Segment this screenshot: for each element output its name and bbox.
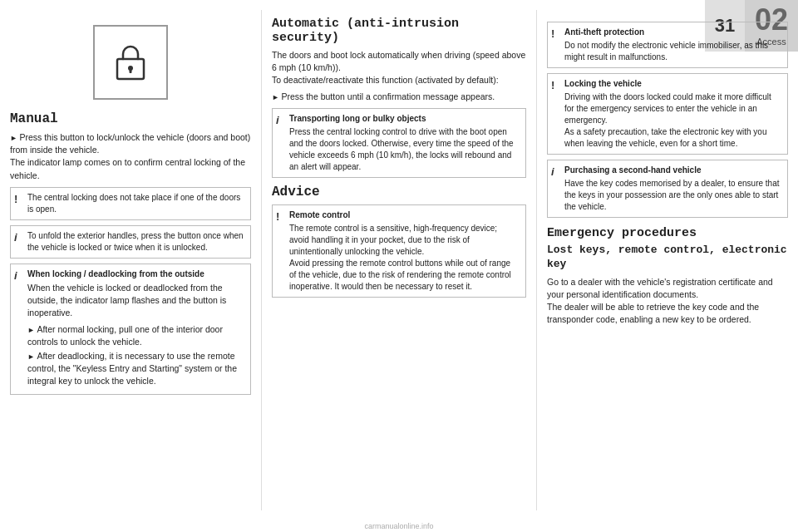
auto-security-arrow: Press the button until a confirmation me… <box>272 91 526 103</box>
info-box-central-locking: ! The central locking does not take plac… <box>10 187 251 220</box>
advice-heading: Advice <box>272 185 526 200</box>
watermark: carmanualonline.info <box>364 522 433 530</box>
auto-security-body: The doors and boot lock automatically wh… <box>272 49 526 87</box>
info-icon-1: i <box>14 230 17 245</box>
deadlocking-bullet-2: After deadlocking, it is necessary to us… <box>27 350 244 388</box>
deadlocking-title: When locking / deadlocking from the outs… <box>27 268 244 280</box>
info-icon-transport: i <box>276 113 279 128</box>
remote-title: Remote control <box>289 209 519 221</box>
info-icon-secondhand: i <box>551 165 554 180</box>
lock-icon <box>109 41 152 84</box>
info-text-exterior-handles: To unfold the exterior handles, press th… <box>27 231 244 252</box>
auto-security-heading: Automatic (anti-intrusion security) <box>272 17 526 45</box>
info-box-antitheft: ! Anti-theft protection Do not modify th… <box>547 22 788 68</box>
transport-title: Transporting long or bulky objects <box>289 113 519 125</box>
secondhand-title: Purchasing a second-hand vehicle <box>564 165 781 176</box>
exclaim-icon-antitheft: ! <box>551 27 554 42</box>
secondhand-text: Have the key codes memorised by a dealer… <box>564 179 779 211</box>
middle-column: Automatic (anti-intrusion security) The … <box>272 10 526 510</box>
antitheft-text: Do not modify the electronic vehicle imm… <box>564 41 768 62</box>
deadlocking-bullet-1: After normal locking, pull one of the in… <box>27 323 244 348</box>
main-content: Manual Press this button to lock/unlock … <box>0 0 798 517</box>
locking-vehicle-title: Locking the vehicle <box>564 78 781 90</box>
lost-keys-heading: Lost keys, remote control, electronic ke… <box>547 244 788 272</box>
exclaim-icon-locking: ! <box>551 78 554 93</box>
lock-icon-box <box>93 25 168 100</box>
info-box-remote: ! Remote control The remote control is a… <box>272 204 526 298</box>
transport-text: Press the central locking control to dri… <box>289 127 514 171</box>
info-text-central-locking: The central locking does not take place … <box>27 193 240 214</box>
info-box-deadlocking: i When locking / deadlocking from the ou… <box>10 264 251 395</box>
divider-1 <box>261 10 262 510</box>
svg-rect-2 <box>130 68 132 73</box>
info-icon-2: i <box>14 268 17 283</box>
info-box-transport: i Transporting long or bulky objects Pre… <box>272 108 526 178</box>
manual-intro: Press this button to lock/unlock the veh… <box>10 131 251 182</box>
left-column: Manual Press this button to lock/unlock … <box>10 10 251 510</box>
info-box-locking-vehicle: ! Locking the vehicle Driving with the d… <box>547 73 788 155</box>
manual-heading: Manual <box>10 111 251 126</box>
info-box-secondhand: i Purchasing a second-hand vehicle Have … <box>547 160 788 218</box>
locking-vehicle-text: Driving with the doors locked could make… <box>564 92 771 148</box>
info-box-exterior-handles: i To unfold the exterior handles, press … <box>10 225 251 259</box>
antitheft-title: Anti-theft protection <box>564 27 781 38</box>
deadlocking-body-1: When the vehicle is locked or deadlocked… <box>27 282 244 320</box>
emergency-heading: Emergency procedures <box>547 226 788 240</box>
lost-keys-body: Go to a dealer with the vehicle's regist… <box>547 276 788 327</box>
right-column: ! Anti-theft protection Do not modify th… <box>547 10 788 510</box>
exclaim-icon-1: ! <box>14 192 17 207</box>
divider-2 <box>536 10 537 510</box>
remote-text: The remote control is a sensitive, high-… <box>289 224 511 291</box>
exclaim-icon-remote: ! <box>276 209 279 224</box>
